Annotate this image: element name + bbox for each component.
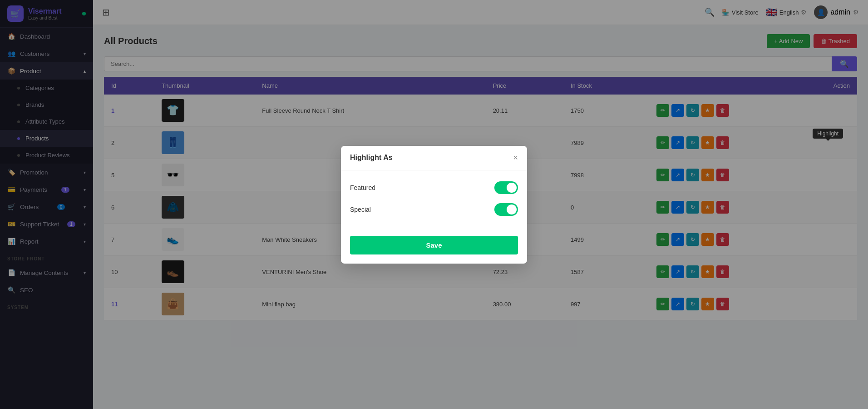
modal-header: Highlight As × xyxy=(341,146,527,170)
special-toggle[interactable] xyxy=(494,203,518,216)
special-label: Special xyxy=(350,206,371,213)
modal-overlay[interactable]: Highlight As × Featured Special Save xyxy=(0,0,868,409)
modal-close-button[interactable]: × xyxy=(513,153,518,163)
featured-label: Featured xyxy=(350,184,375,191)
modal-footer: Save xyxy=(341,236,527,264)
save-button[interactable]: Save xyxy=(350,236,518,254)
featured-row: Featured xyxy=(350,181,518,194)
modal-title: Highlight As xyxy=(350,154,393,162)
featured-toggle[interactable] xyxy=(494,181,518,194)
modal-body: Featured Special xyxy=(341,170,527,236)
special-toggle-thumb xyxy=(507,204,517,214)
highlight-modal: Highlight As × Featured Special Save xyxy=(341,146,527,264)
featured-toggle-thumb xyxy=(507,183,517,193)
special-row: Special xyxy=(350,203,518,216)
